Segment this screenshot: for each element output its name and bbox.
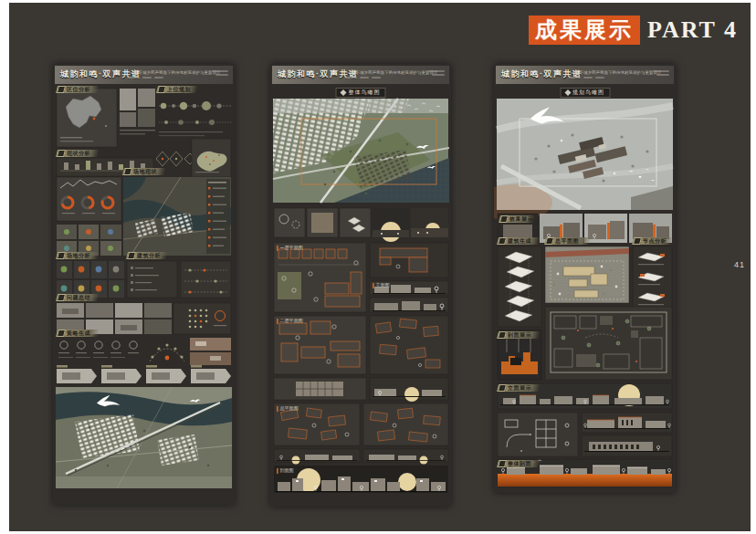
village-cluster-2 [157, 435, 199, 466]
diamond-diagrams [156, 152, 195, 166]
section-tag-icon [57, 150, 66, 157]
text-bar [142, 77, 152, 79]
section-label: 剖面图 [277, 468, 294, 474]
text-bar [428, 70, 445, 72]
site-analysis-grid [57, 261, 124, 298]
floor-plan-1 [274, 243, 366, 312]
site-plan-panel [545, 246, 629, 303]
dome-elevation-strips [274, 449, 448, 465]
section-tag: 节点分析 [632, 237, 673, 245]
floor-plan-2 [274, 316, 448, 374]
section-tag: 整体剖面 [497, 460, 541, 467]
scattered-plans-pair [274, 403, 448, 445]
board2-meta-right [428, 70, 445, 76]
context-photos [120, 89, 155, 134]
board1-graphics [53, 64, 235, 505]
aerial-render-board2 [273, 99, 449, 203]
section-tag: 总平面图 [544, 237, 592, 245]
results-title-part: PART 4 [647, 16, 738, 44]
dome-large [398, 473, 416, 491]
board-2: 城韵和鸣·双声共谱 ——基于城乡双声视角下的传统村落保护与更新设计 整体鸟瞰图 … [270, 64, 451, 507]
diagram-strip [274, 208, 448, 242]
board2-meta [344, 77, 381, 79]
text-bar [127, 77, 140, 79]
elevation-strips [582, 413, 672, 456]
aerial-render-board1 [56, 387, 232, 488]
board2-graphics [270, 64, 451, 507]
aerial-caption: 规划鸟瞰图 [560, 88, 610, 98]
text-bar [583, 77, 593, 79]
section-tag-icon [57, 330, 66, 337]
plan-label: 总平面图 [277, 406, 299, 412]
diamond-icon [340, 89, 346, 96]
master-floor-plan [545, 307, 672, 380]
text-bar [212, 70, 228, 72]
board2-header: 城韵和鸣·双声共谱 ——基于城乡双声视角下的传统村落保护与更新设计 [272, 66, 449, 84]
board3-graphics [494, 64, 676, 493]
section-tag-icon [498, 384, 507, 392]
satellite-site-plan [123, 177, 231, 256]
section-tag-icon [57, 86, 66, 93]
aerial-caption: 整体鸟瞰图 [336, 88, 386, 98]
board3-meta-right [653, 70, 669, 76]
section-tag-icon [545, 237, 554, 245]
exploded-axon-panel [498, 246, 541, 327]
section-tag: 问题总结 [56, 294, 100, 301]
text-bar [432, 74, 445, 76]
line-sketch-panel [498, 413, 578, 456]
section-tag: 策略生成 [56, 330, 100, 337]
section-tag-icon [127, 252, 136, 259]
village-cluster [75, 414, 140, 458]
text-bar [154, 77, 163, 79]
text-bar [595, 77, 604, 79]
section-tag: 剖面展示 [497, 331, 541, 339]
page-title: 成果展示 PART 4 [529, 16, 738, 45]
site-evolution-thumbs [57, 225, 121, 256]
plan-legend [206, 179, 230, 254]
section-tag-icon [157, 86, 166, 93]
board-1: 城韵和鸣·双声共谱 ——基于城乡双声视角下的传统村落保护与更新设计 区位分析 上… [53, 64, 235, 505]
section-tag-icon [498, 331, 507, 339]
plan-label: 二层平面图 [277, 319, 303, 324]
render-photo-column [190, 338, 231, 365]
strategy-icons [58, 341, 139, 358]
board3-header: 城韵和鸣·双声共谱 ——基于城乡双声视角下的传统村落保护与更新设计 [496, 66, 674, 84]
section-tag: 场地分析 [56, 252, 100, 259]
region-map [192, 139, 231, 177]
l-plan-and-elevations [370, 243, 448, 312]
diamond-icon [564, 89, 571, 96]
board-3: 城韵和鸣·双声共谱 ——基于城乡双声视角下的传统村落保护与更新设计 规划鸟瞰图 … [494, 64, 676, 493]
section-tag-icon [123, 168, 132, 175]
statistics-panel [57, 177, 121, 221]
page-canvas: 成果展示 PART 4 41 [0, 0, 756, 534]
plan-label: 一层平面图 [277, 246, 303, 251]
section-tag: 立面展示 [497, 384, 541, 392]
text-bar [360, 77, 369, 79]
analysis-lists [127, 261, 231, 298]
section-tag-icon [633, 237, 642, 245]
dome-render-thumb [411, 208, 448, 237]
elevation-label: 立面图 [373, 283, 390, 288]
text-bar [653, 70, 669, 72]
section-tag-icon [57, 252, 66, 259]
panorama-section [274, 466, 448, 493]
masterplan-banners [57, 365, 231, 383]
board3-meta [568, 77, 604, 79]
china-map-panel [57, 89, 117, 147]
text-bar [215, 74, 228, 76]
section-tag: 现状分析 [56, 150, 100, 157]
text-bar [656, 74, 669, 76]
results-title-cn: 成果展示 [529, 16, 640, 45]
section-tag: 建筑分析 [126, 252, 168, 259]
board1-header: 城韵和鸣·双声共谱 ——基于城乡双声视角下的传统村落保护与更新设计 [55, 66, 233, 84]
section-tag-icon [57, 294, 66, 301]
text-bar [568, 77, 581, 79]
page-number: 41 [734, 260, 745, 269]
section-tag-icon [498, 237, 507, 245]
section-tag-icon [499, 215, 509, 223]
section-tag: 区位分析 [56, 86, 100, 93]
section-tag: 上位规划 [156, 86, 198, 93]
timeline-flow-diagram [159, 101, 232, 136]
board1-meta [127, 77, 163, 79]
board1-meta-right [212, 70, 228, 76]
